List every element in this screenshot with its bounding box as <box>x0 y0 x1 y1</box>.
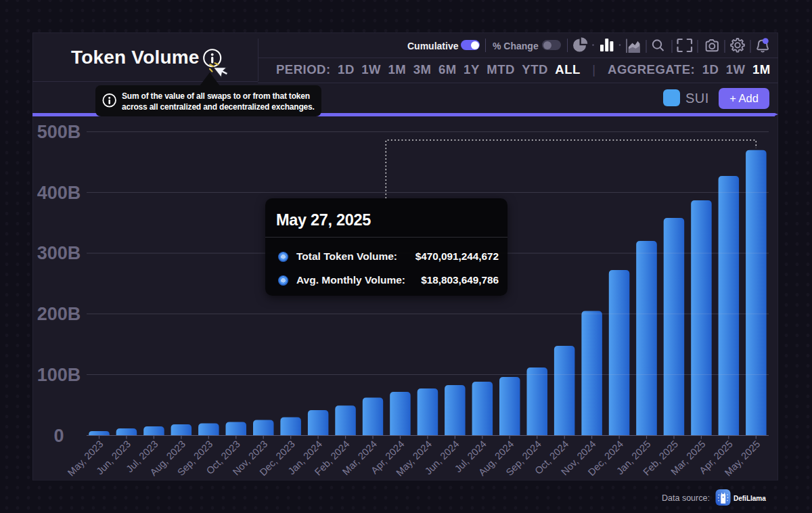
svg-text:400B: 400B <box>37 183 81 203</box>
svg-text:0: 0 <box>53 426 64 446</box>
svg-text:200B: 200B <box>37 304 81 324</box>
svg-text:300B: 300B <box>37 243 81 263</box>
svg-text:500B: 500B <box>37 122 81 142</box>
svg-text:100B: 100B <box>37 365 81 385</box>
